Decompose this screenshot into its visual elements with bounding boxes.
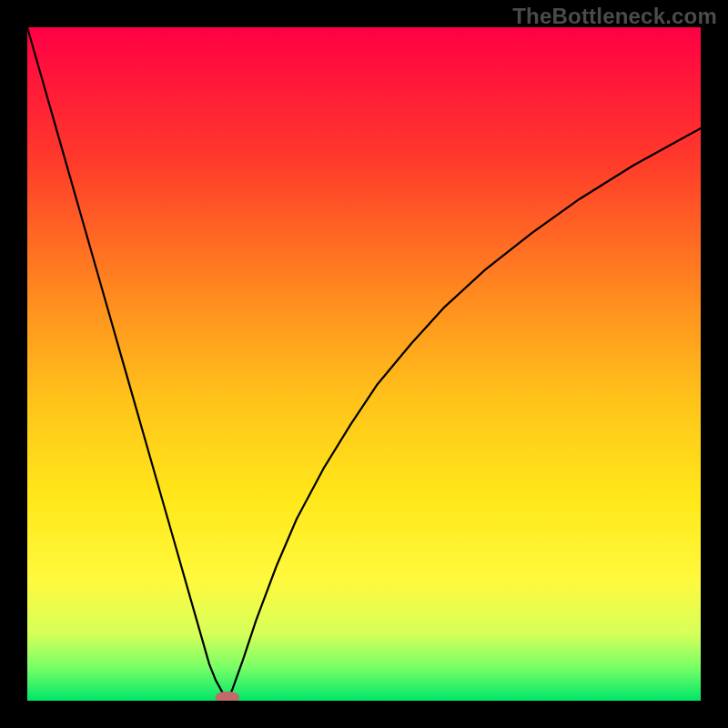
gradient-background: [27, 27, 701, 701]
chart-frame: TheBottleneck.com: [0, 0, 728, 728]
plot-area: [27, 27, 701, 701]
watermark-text: TheBottleneck.com: [512, 4, 717, 29]
chart-svg: [27, 27, 701, 701]
